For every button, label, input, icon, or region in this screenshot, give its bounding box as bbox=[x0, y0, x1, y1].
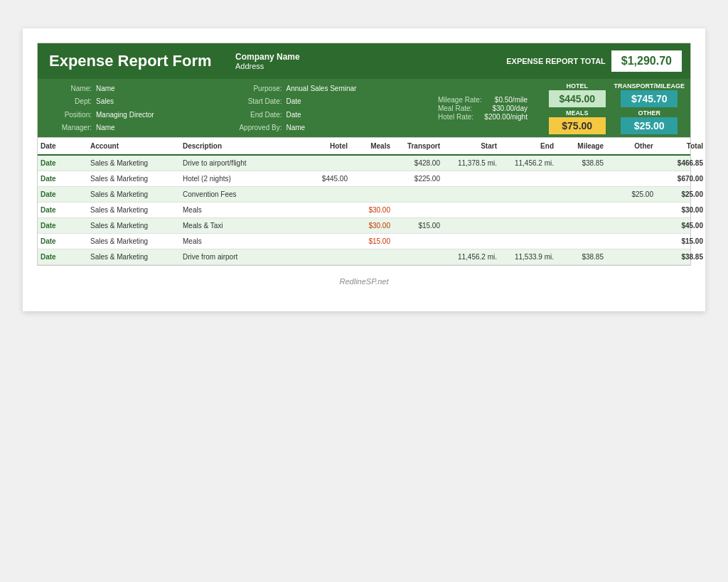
mileage-rate-value: $0.50/mile bbox=[495, 96, 528, 104]
hotel-summary-value: $445.00 bbox=[549, 90, 606, 107]
start-date-value: Date bbox=[286, 97, 301, 105]
table-cell: Date bbox=[38, 252, 87, 262]
table-cell bbox=[500, 240, 557, 243]
meal-rate-label: Meal Rate: bbox=[438, 104, 472, 112]
table-cell bbox=[443, 178, 500, 180]
table-cell bbox=[308, 162, 350, 165]
table-cell bbox=[393, 240, 443, 243]
purpose-value: Annual Sales Seminar bbox=[286, 85, 356, 92]
table-row: DateSales & MarketingMeals & Taxi$30.00$… bbox=[38, 218, 690, 234]
table-cell bbox=[393, 209, 443, 212]
table-cell: Meals & Taxi bbox=[180, 220, 308, 231]
table-cell: Meals bbox=[180, 205, 308, 215]
position-value: Managing Director bbox=[96, 111, 154, 119]
col-account: Account bbox=[87, 141, 180, 151]
table-cell: $15.00 bbox=[656, 236, 706, 247]
table-cell bbox=[443, 240, 500, 243]
manager-label: Manager: bbox=[46, 124, 96, 131]
table-row: DateSales & MarketingMeals$15.00$15.00 bbox=[38, 234, 690, 249]
table-cell bbox=[606, 162, 656, 165]
table-cell: Sales & Marketing bbox=[87, 220, 180, 231]
table-cell: $30.00 bbox=[350, 205, 393, 215]
table-row: DateSales & MarketingMeals$30.00$30.00 bbox=[38, 203, 690, 218]
table-cell bbox=[350, 193, 393, 196]
table-cell bbox=[606, 240, 656, 243]
other-summary-label: OTHER bbox=[638, 109, 660, 117]
table-cell: Drive to airport/flight bbox=[180, 158, 308, 168]
table-cell: Sales & Marketing bbox=[87, 189, 180, 200]
transport-summary-label: TRANSPORT/MILEAGE bbox=[614, 82, 685, 90]
approved-value: Name bbox=[286, 124, 305, 131]
table-cell bbox=[350, 178, 393, 180]
meal-rate-value: $30.00/day bbox=[492, 104, 528, 112]
position-label: Position: bbox=[46, 111, 96, 119]
meals-summary-label: MEALS bbox=[566, 109, 589, 117]
table-cell: Meals bbox=[180, 236, 308, 247]
table-cell: Date bbox=[38, 236, 87, 247]
table-cell: 11,533.9 mi. bbox=[500, 252, 557, 262]
end-date-label: End Date: bbox=[236, 111, 286, 119]
table-cell bbox=[350, 162, 393, 165]
meals-summary-value: $75.00 bbox=[549, 117, 606, 134]
total-label: EXPENSE REPORT TOTAL bbox=[506, 57, 611, 65]
table-cell bbox=[350, 256, 393, 259]
col-hotel: Hotel bbox=[308, 141, 350, 151]
table-cell bbox=[606, 225, 656, 227]
table-cell: Date bbox=[38, 189, 87, 200]
company-name: Company Name bbox=[235, 52, 492, 62]
table-cell: $670.00 bbox=[656, 173, 706, 184]
table-row: DateSales & MarketingHotel (2 nights)$44… bbox=[38, 171, 690, 187]
table-cell: 11,456.2 mi. bbox=[443, 252, 500, 262]
table-header: Date Account Description Hotel Meals Tra… bbox=[38, 137, 690, 156]
other-summary-value: $25.00 bbox=[621, 117, 678, 134]
table-cell: Drive from airport bbox=[180, 252, 308, 262]
table-cell bbox=[393, 256, 443, 259]
footer-watermark: RedlineSP.net bbox=[37, 266, 691, 297]
purpose-label: Purpose: bbox=[236, 85, 286, 92]
col-other: Other bbox=[606, 141, 656, 151]
col-transport: Transport bbox=[393, 141, 443, 151]
manager-value: Name bbox=[96, 124, 115, 131]
table-cell: Sales & Marketing bbox=[87, 158, 180, 168]
table-cell bbox=[557, 209, 606, 212]
table-cell: $30.00 bbox=[656, 205, 706, 215]
table-cell bbox=[393, 193, 443, 196]
table-cell: Date bbox=[38, 220, 87, 231]
table-cell bbox=[443, 209, 500, 212]
table-row: DateSales & MarketingDrive from airport1… bbox=[38, 249, 690, 265]
table-row: DateSales & MarketingConvention Fees$25.… bbox=[38, 187, 690, 203]
table-cell bbox=[557, 240, 606, 243]
approved-label: Approved By: bbox=[236, 124, 286, 131]
table-cell bbox=[557, 178, 606, 180]
table-cell: $15.00 bbox=[393, 220, 443, 231]
table-row: DateSales & MarketingDrive to airport/fl… bbox=[38, 156, 690, 171]
table-cell: $466.85 bbox=[656, 158, 706, 168]
table-cell bbox=[308, 240, 350, 243]
table-cell bbox=[500, 209, 557, 212]
total-value: $1,290.70 bbox=[611, 50, 682, 72]
table-cell: 11,456.2 mi. bbox=[500, 158, 557, 168]
transport-summary-value: $745.70 bbox=[621, 90, 678, 107]
table-cell: $38.85 bbox=[656, 252, 706, 262]
col-meals: Meals bbox=[350, 141, 393, 151]
table-cell: $15.00 bbox=[350, 236, 393, 247]
table-cell: $38.85 bbox=[557, 158, 606, 168]
table-cell: $38.85 bbox=[557, 252, 606, 262]
table-cell bbox=[500, 225, 557, 227]
form-title: Expense Report Form bbox=[49, 52, 218, 70]
table-cell: $225.00 bbox=[393, 173, 443, 184]
table-cell: Sales & Marketing bbox=[87, 173, 180, 184]
table-cell: Date bbox=[38, 205, 87, 215]
table-cell bbox=[500, 193, 557, 196]
table-body: DateSales & MarketingDrive to airport/fl… bbox=[38, 156, 690, 265]
table-cell bbox=[606, 178, 656, 180]
hotel-summary-label: HOTEL bbox=[566, 82, 588, 90]
table-cell bbox=[557, 225, 606, 227]
table-cell bbox=[557, 193, 606, 196]
table-cell bbox=[308, 256, 350, 259]
dept-value: Sales bbox=[96, 97, 114, 105]
col-end: End bbox=[500, 141, 557, 151]
company-address: Address bbox=[235, 62, 492, 70]
dept-label: Dept: bbox=[46, 97, 96, 105]
table-cell: $25.00 bbox=[606, 189, 656, 200]
